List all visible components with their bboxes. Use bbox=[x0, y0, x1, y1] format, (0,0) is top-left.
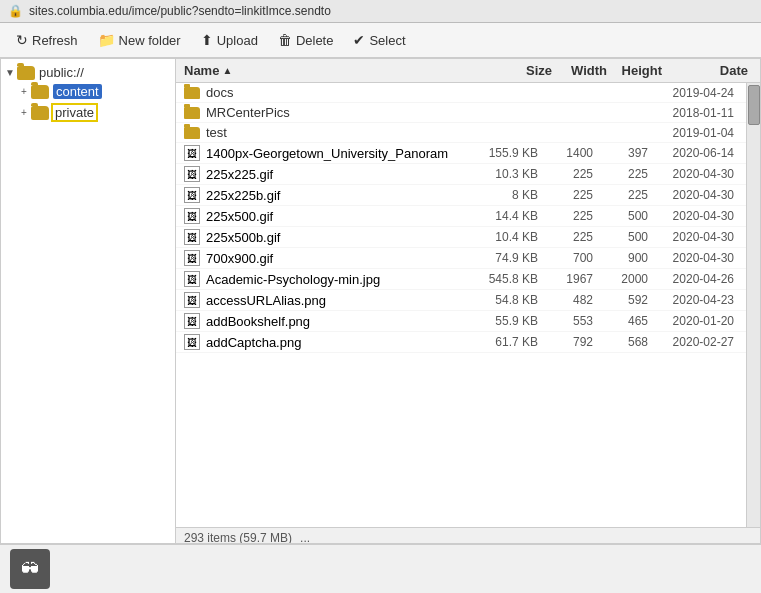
file-height: 500 bbox=[593, 209, 648, 223]
file-name: addBookshelf.png bbox=[206, 314, 458, 329]
file-name: 700x900.gif bbox=[206, 251, 458, 266]
col-name-header[interactable]: Name ▲ bbox=[184, 63, 472, 78]
lock-icon: 🔒 bbox=[8, 4, 23, 18]
file-date: 2020-04-30 bbox=[648, 230, 738, 244]
file-height: 2000 bbox=[593, 272, 648, 286]
file-width: 225 bbox=[538, 209, 593, 223]
image-icon bbox=[184, 334, 200, 350]
private-folder-icon bbox=[31, 106, 49, 120]
tree-content-label: content bbox=[53, 84, 102, 99]
titlebar: 🔒 sites.columbia.edu/imce/public?sendto=… bbox=[0, 0, 761, 23]
delete-icon: 🗑 bbox=[278, 32, 292, 48]
col-height-header[interactable]: Height bbox=[607, 63, 662, 78]
table-row[interactable]: accessURLAlias.png54.8 KB4825922020-04-2… bbox=[176, 290, 746, 311]
file-width: 553 bbox=[538, 314, 593, 328]
image-icon bbox=[184, 250, 200, 266]
file-height: 900 bbox=[593, 251, 648, 265]
scrollbar-track[interactable] bbox=[746, 83, 760, 527]
table-row[interactable]: 225x225b.gif8 KB2252252020-04-30 bbox=[176, 185, 746, 206]
refresh-label: Refresh bbox=[32, 33, 78, 48]
file-date: 2020-04-30 bbox=[648, 188, 738, 202]
eyeglass-button[interactable]: 🕶 bbox=[10, 549, 50, 589]
file-height: 225 bbox=[593, 167, 648, 181]
file-list-wrapper: docs2019-04-24MRCenterPics2018-01-11test… bbox=[176, 83, 760, 527]
file-date: 2020-04-23 bbox=[648, 293, 738, 307]
delete-label: Delete bbox=[296, 33, 334, 48]
file-width: 225 bbox=[538, 167, 593, 181]
sort-indicator: ▲ bbox=[222, 65, 232, 76]
table-row[interactable]: Academic-Psychology-min.jpg545.8 KB19672… bbox=[176, 269, 746, 290]
table-row[interactable]: docs2019-04-24 bbox=[176, 83, 746, 103]
select-label: Select bbox=[369, 33, 405, 48]
main-container: ▼ public:// + content + private Name ▲ S… bbox=[0, 58, 761, 549]
file-height: 592 bbox=[593, 293, 648, 307]
image-icon bbox=[184, 313, 200, 329]
image-icon bbox=[184, 292, 200, 308]
tree-content-toggle[interactable]: + bbox=[17, 86, 31, 97]
content-folder-icon bbox=[31, 85, 49, 99]
col-width-header[interactable]: Width bbox=[552, 63, 607, 78]
tree-root-item[interactable]: ▼ public:// bbox=[1, 63, 175, 82]
file-height: 500 bbox=[593, 230, 648, 244]
new-folder-button[interactable]: 📁 New folder bbox=[90, 29, 189, 51]
file-width: 225 bbox=[538, 230, 593, 244]
table-row[interactable]: MRCenterPics2018-01-11 bbox=[176, 103, 746, 123]
file-name: 1400px-Georgetown_University_Panoram bbox=[206, 146, 458, 161]
sidebar: ▼ public:// + content + private bbox=[1, 59, 176, 548]
file-size: 14.4 KB bbox=[458, 209, 538, 223]
root-folder-icon bbox=[17, 66, 35, 80]
file-name: accessURLAlias.png bbox=[206, 293, 458, 308]
file-date: 2020-04-30 bbox=[648, 167, 738, 181]
upload-label: Upload bbox=[217, 33, 258, 48]
table-row[interactable]: addBookshelf.png55.9 KB5534652020-01-20 bbox=[176, 311, 746, 332]
refresh-button[interactable]: ↻ Refresh bbox=[8, 29, 86, 51]
new-folder-label: New folder bbox=[119, 33, 181, 48]
file-name: 225x225b.gif bbox=[206, 188, 458, 203]
image-icon bbox=[184, 145, 200, 161]
delete-button[interactable]: 🗑 Delete bbox=[270, 29, 342, 51]
table-row[interactable]: 225x225.gif10.3 KB2252252020-04-30 bbox=[176, 164, 746, 185]
file-date: 2020-06-14 bbox=[648, 146, 738, 160]
file-date: 2020-04-30 bbox=[648, 209, 738, 223]
table-row[interactable]: test2019-01-04 bbox=[176, 123, 746, 143]
toolbar: ↻ Refresh 📁 New folder ⬆ Upload 🗑 Delete… bbox=[0, 23, 761, 58]
file-width: 1400 bbox=[538, 146, 593, 160]
file-width: 1967 bbox=[538, 272, 593, 286]
image-icon bbox=[184, 271, 200, 287]
file-width: 792 bbox=[538, 335, 593, 349]
tree-private-item[interactable]: + private bbox=[1, 103, 175, 122]
new-folder-icon: 📁 bbox=[98, 32, 115, 48]
table-row[interactable]: 225x500.gif14.4 KB2255002020-04-30 bbox=[176, 206, 746, 227]
file-name: 225x225.gif bbox=[206, 167, 458, 182]
file-size: 74.9 KB bbox=[458, 251, 538, 265]
refresh-icon: ↻ bbox=[16, 32, 28, 48]
table-row[interactable]: 700x900.gif74.9 KB7009002020-04-30 bbox=[176, 248, 746, 269]
col-size-header[interactable]: Size bbox=[472, 63, 552, 78]
folder-icon bbox=[184, 127, 200, 139]
file-date: 2020-04-30 bbox=[648, 251, 738, 265]
scrollbar-thumb[interactable] bbox=[748, 85, 760, 125]
tree-content-item[interactable]: + content bbox=[1, 82, 175, 101]
tree-root-label: public:// bbox=[39, 65, 84, 80]
tree-root-toggle[interactable]: ▼ bbox=[3, 67, 17, 78]
file-height: 465 bbox=[593, 314, 648, 328]
table-row[interactable]: 225x500b.gif10.4 KB2255002020-04-30 bbox=[176, 227, 746, 248]
tree-private-toggle[interactable]: + bbox=[17, 107, 31, 118]
table-row[interactable]: addCaptcha.png61.7 KB7925682020-02-27 bbox=[176, 332, 746, 353]
image-icon bbox=[184, 208, 200, 224]
table-row[interactable]: 1400px-Georgetown_University_Panoram155.… bbox=[176, 143, 746, 164]
file-name: 225x500.gif bbox=[206, 209, 458, 224]
select-button[interactable]: ✔ Select bbox=[345, 29, 413, 51]
col-date-header[interactable]: Date bbox=[662, 63, 752, 78]
file-name: 225x500b.gif bbox=[206, 230, 458, 245]
file-size: 61.7 KB bbox=[458, 335, 538, 349]
file-width: 482 bbox=[538, 293, 593, 307]
folder-icon bbox=[184, 107, 200, 119]
upload-button[interactable]: ⬆ Upload bbox=[193, 29, 266, 51]
url-text: sites.columbia.edu/imce/public?sendto=li… bbox=[29, 4, 331, 18]
file-width: 225 bbox=[538, 188, 593, 202]
file-height: 225 bbox=[593, 188, 648, 202]
file-size: 8 KB bbox=[458, 188, 538, 202]
file-table-header: Name ▲ Size Width Height Date bbox=[176, 59, 760, 83]
file-size: 10.3 KB bbox=[458, 167, 538, 181]
